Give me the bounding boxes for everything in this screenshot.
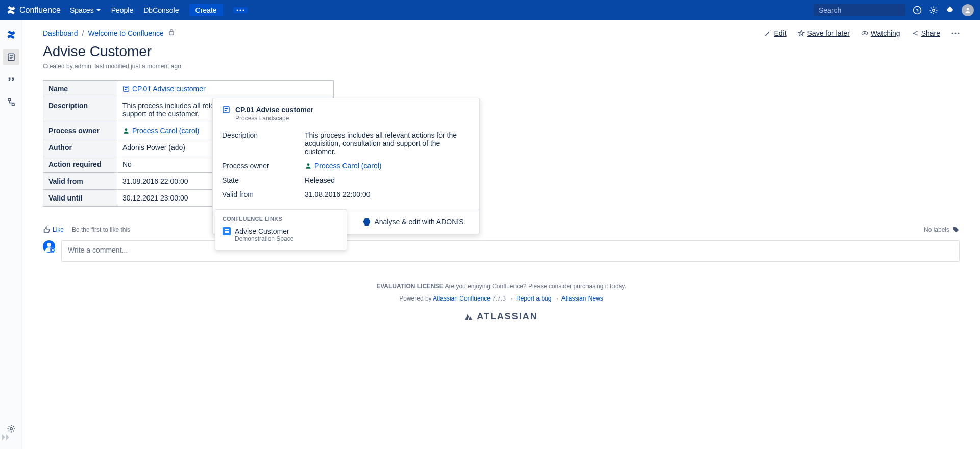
nav-dbconsole-label: DbConsole: [143, 6, 179, 14]
popover-body: DescriptionThis process includes all rel…: [213, 126, 479, 210]
comment-avatar: [43, 240, 55, 253]
name-link[interactable]: CP.01 Advise customer: [122, 85, 328, 93]
profile-avatar[interactable]: [962, 4, 974, 16]
svg-point-34: [47, 243, 51, 247]
svg-point-8: [967, 8, 969, 10]
pencil-icon: [764, 30, 771, 37]
svg-point-28: [125, 128, 128, 131]
breadcrumb-dashboard[interactable]: Dashboard: [43, 29, 78, 37]
row-label: Action required: [43, 156, 117, 173]
comment-area: Write a comment...: [43, 240, 960, 262]
breadcrumb-welcome[interactable]: Welcome to Confluence: [88, 29, 163, 37]
edit-label: Edit: [774, 29, 786, 37]
svg-point-24: [958, 32, 960, 34]
dropdown-item-title: Advise Customer: [235, 227, 293, 235]
popover-head: CP.01 Advise customer Process Landscape: [213, 98, 479, 126]
svg-point-20: [916, 31, 917, 32]
atlassian-icon: [464, 312, 474, 321]
edit-button[interactable]: Edit: [764, 29, 786, 37]
star-icon: [798, 30, 805, 37]
ellipsis-icon: [236, 9, 244, 11]
popover-owner-text: Process Carol (carol): [314, 162, 381, 170]
breadcrumb: Dashboard / Welcome to Confluence: [43, 29, 175, 37]
sidebar-space-icon[interactable]: [3, 27, 19, 43]
pages-icon: [7, 53, 16, 62]
create-button[interactable]: Create: [189, 4, 223, 16]
svg-point-0: [236, 10, 238, 11]
process-icon: [222, 106, 230, 114]
page-more-menu[interactable]: [951, 32, 960, 34]
popover-owner-link[interactable]: Process Carol (carol): [305, 162, 470, 170]
dropdown-item-subtitle: Demonstration Space: [235, 235, 293, 242]
gear-icon[interactable]: [929, 6, 938, 15]
brand-logo[interactable]: Confluence: [6, 5, 61, 15]
restrictions-icon[interactable]: [168, 29, 175, 37]
tag-icon[interactable]: [952, 226, 960, 233]
help-icon[interactable]: ?: [913, 6, 922, 15]
sidebar-pages[interactable]: [3, 49, 19, 65]
table-row: NameCP.01 Advise customer: [43, 81, 334, 97]
svg-point-22: [952, 32, 953, 34]
process-icon: [122, 85, 130, 92]
eval-badge: EVALUATION LICENSE: [376, 283, 444, 290]
social-row: Like Be the first to like this No labels: [43, 226, 960, 233]
svg-point-32: [307, 163, 310, 166]
hierarchy-icon: [7, 97, 16, 107]
brand-text: Confluence: [19, 6, 61, 15]
svg-rect-25: [124, 86, 129, 92]
analyse-adonis-button[interactable]: Analyse & edit with ADONIS: [350, 212, 477, 232]
row-label: Process owner: [43, 122, 117, 139]
sidebar-expand[interactable]: [0, 431, 12, 445]
labels-area: No labels: [924, 226, 960, 233]
quote-icon: [7, 75, 16, 84]
svg-rect-29: [223, 107, 229, 113]
svg-rect-30: [225, 108, 228, 109]
nav-spaces-label: Spaces: [70, 6, 94, 14]
footer-links: Powered by Atlassian Confluence 7.7.3 · …: [43, 295, 960, 302]
save-for-later-button[interactable]: Save for later: [798, 29, 850, 37]
popover-value: Released: [305, 176, 470, 184]
chevron-down-icon: [96, 8, 101, 13]
notifications-icon[interactable]: [945, 6, 954, 15]
atlassian-news-link[interactable]: Atlassian News: [561, 295, 603, 302]
create-label: Create: [195, 6, 217, 14]
report-bug-link[interactable]: Report a bug: [516, 295, 551, 302]
version-text: 7.7.3: [491, 295, 506, 302]
like-hint: Be the first to like this: [72, 226, 130, 233]
svg-rect-27: [125, 89, 127, 90]
like-button[interactable]: Like: [43, 226, 64, 233]
user-icon: [964, 7, 971, 14]
row-label: Name: [43, 81, 117, 97]
name-link-text: CP.01 Advise customer: [132, 85, 206, 93]
sidebar-blog[interactable]: [3, 71, 19, 88]
nav-people[interactable]: People: [111, 6, 134, 14]
page-meta: Created by admin, last modified just a m…: [43, 63, 960, 70]
nav-dbconsole[interactable]: DbConsole: [143, 6, 179, 14]
footer-eval-line: EVALUATION LICENSE Are you enjoying Conf…: [43, 283, 960, 290]
person-icon: [122, 127, 130, 134]
like-label: Like: [53, 226, 64, 233]
comment-input[interactable]: Write a comment...: [61, 240, 960, 262]
share-button[interactable]: Share: [912, 29, 940, 37]
popover-label: Valid from: [222, 190, 305, 198]
svg-rect-26: [125, 87, 128, 88]
product-link[interactable]: Atlassian Confluence: [433, 295, 491, 302]
popover-value: This process includes all relevant actio…: [305, 131, 470, 156]
tooltip-popover: CP.01 Advise customer Process Landscape …: [212, 98, 480, 234]
svg-point-23: [955, 32, 957, 34]
sidebar: [0, 20, 22, 449]
person-icon: [305, 162, 312, 169]
analyse-label: Analyse & edit with ADONIS: [374, 218, 463, 226]
nav-people-label: People: [111, 6, 134, 14]
nav-right: ?: [814, 4, 974, 16]
svg-rect-13: [8, 98, 11, 101]
dropdown-item-advise-customer[interactable]: Advise Customer Demonstration Space: [215, 224, 347, 245]
search-input[interactable]: [819, 6, 908, 14]
search-box[interactable]: [814, 4, 905, 16]
nav-spaces[interactable]: Spaces: [70, 6, 101, 14]
row-label: Valid until: [43, 190, 117, 207]
page-title: Advise Customer: [43, 43, 960, 60]
watching-button[interactable]: Watching: [861, 29, 900, 37]
sidebar-tree[interactable]: [3, 94, 19, 110]
more-menu-button[interactable]: [233, 7, 248, 13]
